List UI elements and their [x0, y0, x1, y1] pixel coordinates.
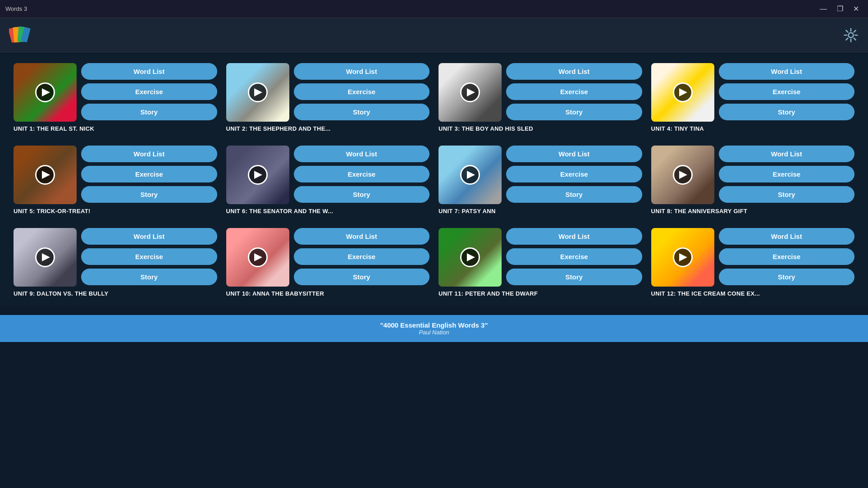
word-list-button-5[interactable]: Word List — [81, 146, 217, 162]
story-button-1[interactable]: Story — [81, 104, 217, 120]
word-list-button-2[interactable]: Word List — [294, 63, 430, 80]
unit-card-wrapper-4: Word ListExerciseStoryUNIT 4: TINY TINA — [651, 63, 855, 132]
story-button-9[interactable]: Story — [81, 269, 217, 285]
unit-buttons-3: Word ListExerciseStory — [506, 63, 642, 120]
story-button-12[interactable]: Story — [719, 269, 855, 285]
exercise-button-12[interactable]: Exercise — [719, 248, 855, 265]
main-content: Word ListExerciseStoryUNIT 1: THE REAL S… — [0, 54, 868, 306]
play-button-5[interactable] — [35, 165, 55, 185]
unit-buttons-8: Word ListExerciseStory — [719, 146, 855, 203]
unit-card-9: Word ListExerciseStory — [14, 228, 217, 287]
unit-thumbnail-12[interactable] — [651, 228, 714, 287]
play-icon-9 — [42, 253, 50, 261]
unit-buttons-1: Word ListExerciseStory — [81, 63, 217, 120]
story-button-5[interactable]: Story — [81, 186, 217, 203]
word-list-button-8[interactable]: Word List — [719, 146, 855, 162]
exercise-button-3[interactable]: Exercise — [506, 83, 642, 100]
exercise-button-11[interactable]: Exercise — [506, 248, 642, 265]
play-button-11[interactable] — [460, 247, 480, 267]
unit-thumbnail-3[interactable] — [439, 63, 502, 122]
unit-buttons-2: Word ListExerciseStory — [294, 63, 430, 120]
unit-title-4: UNIT 4: TINY TINA — [651, 125, 855, 132]
word-list-button-1[interactable]: Word List — [81, 63, 217, 80]
story-button-11[interactable]: Story — [506, 269, 642, 285]
story-button-8[interactable]: Story — [719, 186, 855, 203]
unit-title-5: UNIT 5: TRICK-OR-TREAT! — [14, 208, 217, 214]
footer-title: "4000 Essential English Words 3" — [380, 321, 488, 329]
unit-card-wrapper-10: Word ListExerciseStoryUNIT 10: ANNA THE … — [226, 228, 430, 297]
play-button-10[interactable] — [248, 247, 268, 267]
story-button-3[interactable]: Story — [506, 104, 642, 120]
exercise-button-4[interactable]: Exercise — [719, 83, 855, 100]
unit-card-3: Word ListExerciseStory — [439, 63, 642, 122]
story-button-10[interactable]: Story — [294, 269, 430, 285]
unit-title-3: UNIT 3: THE BOY AND HIS SLED — [439, 125, 642, 132]
unit-thumbnail-6[interactable] — [226, 146, 289, 204]
word-list-button-12[interactable]: Word List — [719, 228, 855, 245]
exercise-button-7[interactable]: Exercise — [506, 166, 642, 182]
unit-thumbnail-11[interactable] — [439, 228, 502, 287]
app-header — [0, 18, 868, 54]
maximize-button[interactable]: ❐ — [833, 4, 847, 14]
word-list-button-6[interactable]: Word List — [294, 146, 430, 162]
unit-title-1: UNIT 1: THE REAL ST. NICK — [14, 125, 217, 132]
word-list-button-4[interactable]: Word List — [719, 63, 855, 80]
unit-card-7: Word ListExerciseStory — [439, 146, 642, 204]
word-list-button-9[interactable]: Word List — [81, 228, 217, 245]
play-button-7[interactable] — [460, 165, 480, 185]
exercise-button-5[interactable]: Exercise — [81, 166, 217, 182]
unit-buttons-6: Word ListExerciseStory — [294, 146, 430, 203]
close-button[interactable]: ✕ — [850, 4, 863, 14]
play-button-3[interactable] — [460, 82, 480, 102]
svg-line-12 — [846, 38, 848, 40]
word-list-button-3[interactable]: Word List — [506, 63, 642, 80]
play-icon-7 — [467, 171, 475, 179]
exercise-button-8[interactable]: Exercise — [719, 166, 855, 182]
play-button-2[interactable] — [248, 82, 268, 102]
word-list-button-7[interactable]: Word List — [506, 146, 642, 162]
exercise-button-9[interactable]: Exercise — [81, 248, 217, 265]
unit-thumbnail-5[interactable] — [14, 146, 77, 204]
exercise-button-1[interactable]: Exercise — [81, 83, 217, 100]
settings-button[interactable] — [843, 27, 859, 45]
unit-card-1: Word ListExerciseStory — [14, 63, 217, 122]
word-list-button-11[interactable]: Word List — [506, 228, 642, 245]
story-button-2[interactable]: Story — [294, 104, 430, 120]
app-footer: "4000 Essential English Words 3" Paul Na… — [0, 315, 868, 342]
play-icon-6 — [254, 171, 262, 179]
unit-thumbnail-8[interactable] — [651, 146, 714, 204]
unit-card-12: Word ListExerciseStory — [651, 228, 855, 287]
unit-card-wrapper-5: Word ListExerciseStoryUNIT 5: TRICK-OR-T… — [14, 146, 217, 214]
unit-title-8: UNIT 8: THE ANNIVERSARY GIFT — [651, 208, 855, 214]
play-button-12[interactable] — [673, 247, 693, 267]
play-button-8[interactable] — [673, 165, 693, 185]
unit-card-6: Word ListExerciseStory — [226, 146, 430, 204]
svg-line-9 — [846, 30, 848, 32]
minimize-button[interactable]: — — [816, 4, 831, 14]
unit-buttons-7: Word ListExerciseStory — [506, 146, 642, 203]
unit-thumbnail-10[interactable] — [226, 228, 289, 287]
play-button-6[interactable] — [248, 165, 268, 185]
unit-buttons-9: Word ListExerciseStory — [81, 228, 217, 285]
story-button-4[interactable]: Story — [719, 104, 855, 120]
exercise-button-2[interactable]: Exercise — [294, 83, 430, 100]
unit-thumbnail-1[interactable] — [14, 63, 77, 122]
unit-thumbnail-9[interactable] — [14, 228, 77, 287]
exercise-button-6[interactable]: Exercise — [294, 166, 430, 182]
title-bar: Words 3 — ❐ ✕ — [0, 0, 868, 18]
unit-thumbnail-4[interactable] — [651, 63, 714, 122]
unit-thumbnail-7[interactable] — [439, 146, 502, 204]
play-icon-1 — [42, 88, 50, 96]
play-button-1[interactable] — [35, 82, 55, 102]
unit-thumbnail-2[interactable] — [226, 63, 289, 122]
word-list-button-10[interactable]: Word List — [294, 228, 430, 245]
play-button-9[interactable] — [35, 247, 55, 267]
unit-title-10: UNIT 10: ANNA THE BABYSITTER — [226, 290, 430, 297]
unit-card-2: Word ListExerciseStory — [226, 63, 430, 122]
exercise-button-10[interactable]: Exercise — [294, 248, 430, 265]
play-button-4[interactable] — [673, 82, 693, 102]
app-logo — [9, 23, 32, 48]
unit-card-8: Word ListExerciseStory — [651, 146, 855, 204]
story-button-6[interactable]: Story — [294, 186, 430, 203]
story-button-7[interactable]: Story — [506, 186, 642, 203]
